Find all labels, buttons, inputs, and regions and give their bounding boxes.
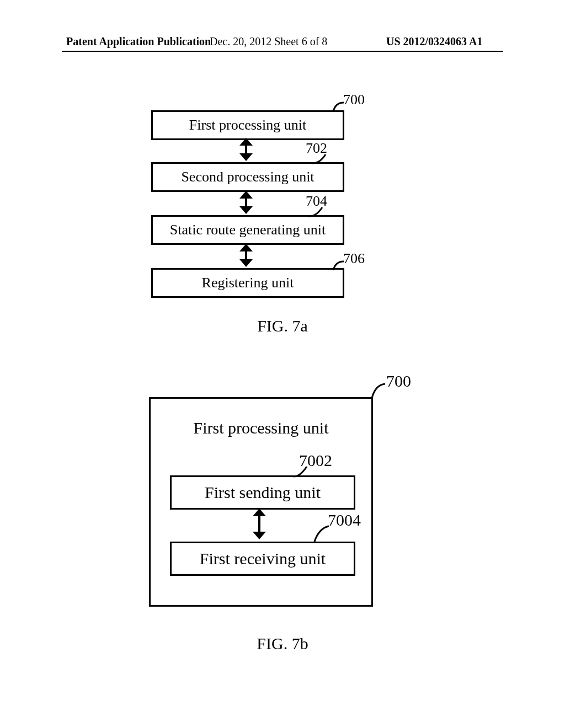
figure-caption-7a: FIG. 7a bbox=[0, 317, 565, 335]
block-first-receiving-unit: First receiving unit bbox=[170, 542, 355, 576]
header-mid: Dec. 20, 2012 Sheet 6 of 8 bbox=[210, 35, 327, 48]
block-registering-unit: Registering unit bbox=[151, 268, 344, 298]
block-first-sending-unit: First sending unit bbox=[170, 475, 355, 510]
block-label: Second processing unit bbox=[181, 169, 314, 185]
bidir-arrow-icon bbox=[253, 508, 266, 539]
bidir-arrow-icon bbox=[239, 244, 253, 267]
ref-700b: 700 bbox=[386, 372, 411, 390]
block-label: Registering unit bbox=[202, 275, 294, 291]
header-left: Patent Application Publication bbox=[66, 35, 211, 48]
block-label: First processing unit bbox=[189, 117, 306, 133]
block-first-processing-unit: First processing unit bbox=[151, 110, 344, 140]
figure-caption-7b: FIG. 7b bbox=[0, 634, 565, 653]
block-label: First sending unit bbox=[205, 483, 321, 502]
block-label: First processing unit bbox=[194, 419, 329, 437]
page: Patent Application Publication Dec. 20, … bbox=[0, 0, 565, 728]
block-label: Static route generating unit bbox=[170, 222, 326, 238]
block-label: First receiving unit bbox=[200, 549, 326, 568]
bidir-arrow-icon bbox=[239, 191, 253, 214]
bidir-arrow-icon bbox=[239, 138, 253, 161]
header-rule bbox=[62, 51, 503, 52]
header-right: US 2012/0324063 A1 bbox=[386, 35, 482, 48]
